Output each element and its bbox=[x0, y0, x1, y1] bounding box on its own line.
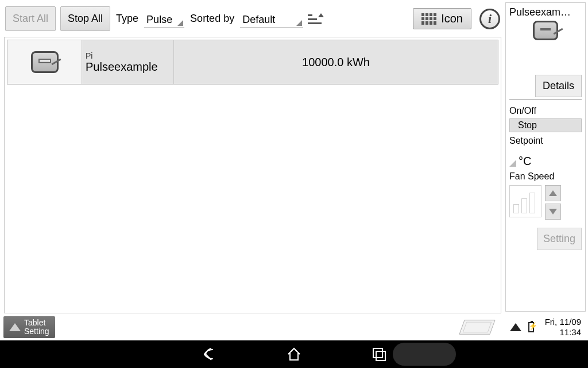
onoff-label: On/Off bbox=[509, 106, 582, 116]
recent-apps-button[interactable] bbox=[371, 346, 387, 362]
list-item[interactable]: Pi Pulseexample 10000.0 kWh bbox=[7, 40, 498, 85]
dropdown-icon bbox=[296, 20, 302, 26]
home-button[interactable] bbox=[286, 346, 302, 362]
sort-direction-icon[interactable] bbox=[308, 13, 323, 25]
stop-all-button[interactable]: Stop All bbox=[60, 6, 110, 31]
setpoint-control[interactable]: °C bbox=[509, 151, 582, 168]
chevron-up-icon bbox=[549, 190, 557, 196]
info-icon[interactable]: i bbox=[479, 9, 500, 29]
grid-icon bbox=[421, 13, 436, 25]
setting-button[interactable]: Setting bbox=[537, 228, 582, 250]
tablet-setting-label-1: Tablet bbox=[24, 319, 49, 327]
wifi-icon bbox=[510, 323, 521, 331]
tablet-setting-button[interactable]: Tablet Setting bbox=[3, 316, 55, 339]
icon-button-label: Icon bbox=[441, 12, 463, 25]
sorted-by-select[interactable]: Default bbox=[240, 10, 303, 28]
fanspeed-label: Fan Speed bbox=[509, 171, 582, 182]
tablet-setting-label-2: Setting bbox=[24, 327, 49, 336]
sorted-by-value: Default bbox=[242, 14, 275, 26]
device-list: Pi Pulseexample 10000.0 kWh bbox=[4, 37, 501, 313]
icon-view-button[interactable]: Icon bbox=[413, 8, 471, 29]
tablet-icon[interactable] bbox=[459, 320, 495, 334]
fanspeed-up-button[interactable] bbox=[545, 185, 561, 201]
device-icon bbox=[31, 51, 59, 73]
chevron-down-icon bbox=[549, 209, 557, 214]
recent-pill bbox=[393, 343, 456, 366]
side-title: Pulseexam… bbox=[509, 6, 582, 18]
device-name: Pulseexample bbox=[86, 60, 170, 74]
toolbar: Start All Stop All Type Pulse Sorted by … bbox=[4, 4, 501, 37]
status-bar: Tablet Setting Fri, 11/09 11:34 bbox=[0, 314, 588, 340]
details-button[interactable]: Details bbox=[535, 75, 582, 97]
device-value: 10000.0 kWh bbox=[174, 40, 498, 84]
side-panel: Pulseexam… Details On/Off Stop Setpoint … bbox=[505, 2, 586, 312]
setpoint-unit: °C bbox=[519, 155, 531, 168]
clock: Fri, 11/09 11:34 bbox=[534, 317, 585, 338]
device-icon bbox=[533, 21, 558, 40]
start-all-button[interactable]: Start All bbox=[5, 6, 56, 31]
fanspeed-down-button[interactable] bbox=[545, 204, 561, 220]
side-thumbnail bbox=[533, 21, 558, 40]
type-value: Pulse bbox=[146, 14, 172, 26]
sorted-by-label: Sorted by bbox=[189, 13, 235, 25]
device-thumbnail bbox=[7, 40, 82, 84]
dropdown-icon bbox=[177, 20, 183, 26]
main-panel: Start All Stop All Type Pulse Sorted by … bbox=[0, 0, 505, 314]
back-button[interactable] bbox=[201, 346, 217, 362]
date-text: Fri, 11/09 bbox=[534, 317, 581, 327]
svg-rect-1 bbox=[376, 351, 385, 361]
device-tag: Pi bbox=[86, 51, 170, 60]
svg-rect-0 bbox=[373, 348, 382, 358]
type-label: Type bbox=[115, 13, 140, 25]
fanspeed-indicator bbox=[509, 185, 541, 217]
setpoint-label: Setpoint bbox=[509, 136, 582, 146]
time-text: 11:34 bbox=[534, 327, 581, 338]
type-select[interactable]: Pulse bbox=[144, 10, 184, 28]
onoff-value[interactable]: Stop bbox=[509, 118, 582, 132]
battery-icon bbox=[528, 322, 534, 332]
android-navbar bbox=[0, 340, 588, 368]
dropdown-icon bbox=[509, 160, 516, 167]
arrow-up-icon bbox=[9, 323, 21, 331]
